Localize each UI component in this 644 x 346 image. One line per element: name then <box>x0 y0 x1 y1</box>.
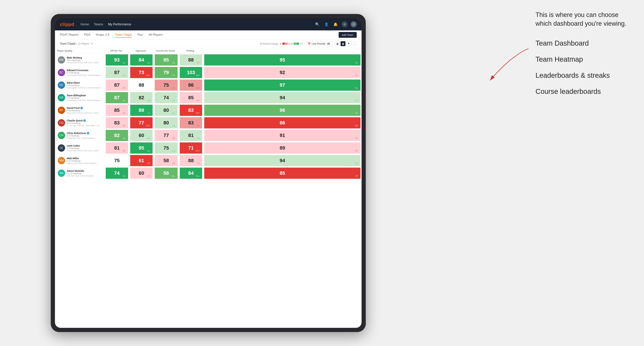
settings-icon[interactable]: ⚙ <box>342 21 348 27</box>
player-avatar: DF <box>58 107 65 114</box>
delta-arrow: ▲ <box>174 74 175 76</box>
table-row: DB Dave Billingham 1-5 Handicap Gog Mago… <box>55 91 362 104</box>
add-team-button[interactable]: Add Team <box>338 32 357 38</box>
player-cell[interactable]: JC Josh Coles 1-5 Handicap Royal North D… <box>55 142 105 154</box>
score-cell: 79 9▲ <box>154 66 179 79</box>
player-cell[interactable]: AN Aaron Nicholls 11-15 Handicap Drift G… <box>55 167 105 179</box>
delta-arrow: ▼ <box>356 150 358 152</box>
player-cell[interactable]: BM Blair McHarg Plus Handicap Royal Nort… <box>55 54 105 66</box>
score-value: 83 <box>188 120 194 126</box>
score-delta: 3▼ <box>123 125 126 127</box>
last-rounds-button[interactable]: 📅 Last Rounds: 20 <box>306 41 332 46</box>
score-box: 96 3▲ <box>204 105 360 116</box>
score-box: 83 3▼ <box>106 117 128 128</box>
delta-arrow: ▼ <box>198 112 200 114</box>
score-box: 85 3▼ <box>180 92 202 103</box>
download-button[interactable]: ↓ <box>352 41 357 46</box>
neg-value: -5 <box>280 42 282 45</box>
score-cell: 58 4▼ <box>154 154 179 167</box>
navbar: clippd Home Teams My Performance 🔍 👤 🔔 ⚙… <box>55 18 362 30</box>
score-delta: 9▲ <box>172 74 175 76</box>
score-value: 58 <box>164 170 169 176</box>
table-row: BM Blair McHarg Plus Handicap Royal Nort… <box>55 54 362 66</box>
score-delta: 2▼ <box>355 150 358 152</box>
subnav-links: PGAT Players PGA Hcaps 1-5 Team Clippd T… <box>60 32 162 37</box>
player-avatar: CQ <box>58 119 65 127</box>
subnav-all-players[interactable]: All Players <box>148 32 162 37</box>
subnav-team-clippd[interactable]: Team Clippd <box>115 32 132 37</box>
flag-view-button[interactable]: ⚑ <box>346 41 351 46</box>
score-cell: 81 4▲ <box>179 129 203 142</box>
score-cell: 80 3▲ <box>154 104 179 117</box>
score-delta: 10▼ <box>196 112 200 114</box>
bell-icon[interactable]: 🔔 <box>332 21 338 27</box>
verified-badge: ✓ <box>80 107 83 109</box>
delta-arrow: ▲ <box>174 112 175 114</box>
score-value: 93 <box>114 57 120 63</box>
player-cell[interactable]: DB Dave Billingham 1-5 Handicap Gog Mago… <box>55 91 105 104</box>
search-icon[interactable]: 🔍 <box>314 21 320 27</box>
score-delta: 8▲ <box>147 150 150 152</box>
score-value: 60 <box>138 170 144 176</box>
score-cell: 73 11▼ <box>129 66 154 79</box>
score-cell: 71 11▼ <box>179 142 203 154</box>
subnav-pga[interactable]: PGA <box>84 32 90 37</box>
score-box: 92 3▼ <box>204 67 360 78</box>
score-cell: 94 3▲ <box>203 154 362 167</box>
player-cell[interactable]: CR Chris Robertson✓ 1-5 Handicap Craigmi… <box>55 129 105 142</box>
delta-arrow: ▲ <box>198 175 200 177</box>
score-box: 88 1▼ <box>180 54 202 65</box>
score-box: 87 1▲ <box>106 67 128 78</box>
player-cell[interactable]: MM Matt Miller 6-10 Handicap Woburn Golf… <box>55 154 105 167</box>
nav-link-teams[interactable]: Teams <box>94 22 103 27</box>
table-row: AN Aaron Nicholls 11-15 Handicap Drift G… <box>55 167 362 179</box>
player-cell[interactable]: DF David Ford✓ Plus Handicap Royal North… <box>55 104 105 117</box>
player-club: Royal North Devon Golf Club, United King… <box>67 61 102 64</box>
last-rounds-label: Last Rounds: <box>312 42 326 45</box>
score-cell: 97 5▲ <box>203 79 362 91</box>
score-cell: 93 9▲ <box>105 54 129 66</box>
score-delta: 3▼ <box>123 112 126 114</box>
player-info: Matt Miller 6-10 Handicap Woburn Golf Cl… <box>67 157 102 164</box>
score-delta: 2▲ <box>172 150 175 152</box>
player-club: Woburn Golf Club, United Kingdom <box>67 162 102 164</box>
score-box: 89 2▼ <box>204 142 360 154</box>
score-value: 103 <box>187 70 195 75</box>
player-handicap: Plus Handicap <box>67 109 102 112</box>
user-icon[interactable]: 👤 <box>324 21 329 27</box>
score-value: 86 <box>188 82 194 88</box>
col-header-approach: Approach ↓ <box>129 48 154 54</box>
delta-arrow: ▲ <box>356 87 358 89</box>
player-cell[interactable]: CQ Charlie Quick✓ 6-10 Handicap St. Geor… <box>55 117 105 129</box>
grid-view-button[interactable]: ▣ <box>335 41 340 46</box>
player-cell[interactable]: EE Elliot Ebert 1-5 Handicap Sunningdale… <box>55 79 105 91</box>
subnav-tour[interactable]: Tour <box>137 32 143 37</box>
score-cell: 86 6▼ <box>179 79 203 91</box>
avatar[interactable]: U <box>351 21 357 27</box>
score-delta: 9▲ <box>123 62 126 64</box>
delta-arrow: ▲ <box>148 150 150 152</box>
score-cell: 77 3▼ <box>154 129 179 142</box>
score-cell: 88 2▼ <box>179 154 203 167</box>
player-cell[interactable]: EC Edward Crossman 1-5 Handicap Sunningd… <box>55 66 105 79</box>
score-delta: 6▼ <box>197 87 200 89</box>
heatmap-view-button[interactable]: ▦ <box>340 41 346 46</box>
score-cell: 85 3▼ <box>179 91 203 104</box>
nav-link-home[interactable]: Home <box>81 22 89 27</box>
score-box: 97 5▲ <box>204 79 360 91</box>
subnav-hcaps[interactable]: Hcaps 1-5 <box>96 32 110 37</box>
nav-link-performance[interactable]: My Performance <box>108 22 131 27</box>
verified-badge: ✓ <box>83 119 86 122</box>
subnav-pgat[interactable]: PGAT Players <box>60 32 78 37</box>
player-club: Gog Magog Golf Club, United Kingdom <box>67 99 102 101</box>
score-delta: 1▼ <box>147 175 150 177</box>
score-value: 89 <box>138 107 144 113</box>
player-name: Charlie Quick✓ <box>67 119 102 122</box>
score-delta: 10▲ <box>171 175 175 177</box>
score-box: 80 1▲ <box>155 117 178 128</box>
player-info: Aaron Nicholls 11-15 Handicap Drift Golf… <box>67 170 102 177</box>
edit-icon[interactable]: ✎ <box>91 42 93 45</box>
delta-arrow: ▲ <box>198 74 200 76</box>
score-value: 94 <box>280 158 285 163</box>
delta-arrow: ▼ <box>148 125 150 127</box>
